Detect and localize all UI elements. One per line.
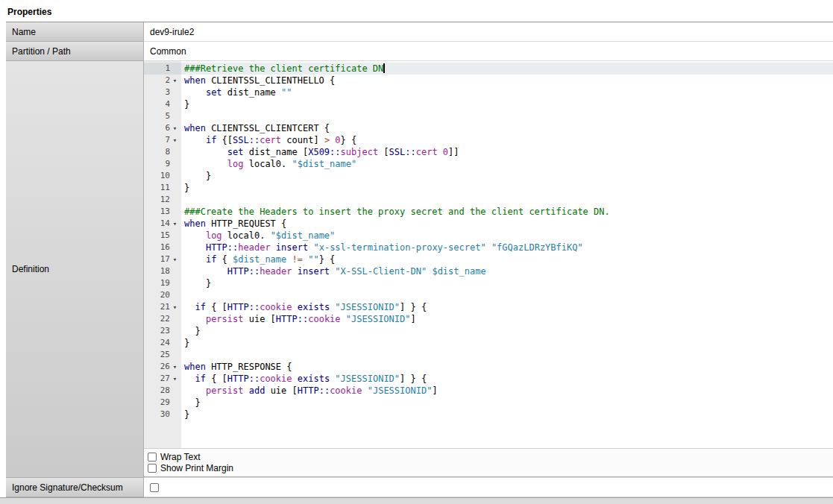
line-number: 14 (144, 218, 170, 230)
code-line[interactable]: } (181, 409, 833, 420)
code-token (184, 147, 227, 157)
code-line[interactable]: if { $dist_name != ""} { (181, 253, 833, 265)
code-line[interactable]: } (181, 277, 833, 289)
fold-arrow-icon[interactable]: ▾ (170, 301, 180, 313)
code-line[interactable]: persist uie [HTTP::cookie "JSESSIONID"] (181, 313, 833, 325)
code-line[interactable] (181, 110, 833, 122)
code-token: persist (206, 314, 244, 324)
line-number: 28 (144, 385, 170, 397)
code-token: when (184, 75, 206, 86)
code-line[interactable] (181, 194, 833, 206)
fold-arrow-icon[interactable]: ▾ (170, 373, 180, 385)
line-number: 30 (144, 409, 170, 420)
code-token: } (184, 171, 211, 181)
code-line[interactable]: } (181, 170, 833, 182)
code-line[interactable]: ###Retrieve the client certificate DN (181, 63, 833, 75)
code-line[interactable]: } (181, 337, 833, 349)
code-line[interactable] (181, 289, 833, 301)
code-token: 0 (443, 147, 448, 157)
code-token: } { (341, 135, 357, 145)
code-line[interactable]: } (181, 325, 833, 337)
line-number: 27 (144, 373, 170, 385)
code-line[interactable]: if { [HTTP::cookie exists "JSESSIONID"] … (181, 301, 833, 313)
code-token: dist_name (222, 87, 281, 98)
gutter-line[interactable]: 21▾ (144, 301, 181, 313)
ignore-signature-checkbox[interactable] (150, 483, 159, 492)
code-line[interactable] (181, 349, 833, 361)
code-line[interactable]: if {[SSL::cert count] > 0} { (181, 134, 833, 146)
fold-arrow-icon[interactable]: ▾ (170, 134, 180, 146)
line-number: 9 (144, 158, 170, 170)
code-token (438, 147, 443, 157)
code-token (286, 254, 292, 265)
code-line[interactable]: persist add uie [HTTP::cookie "JSESSIONI… (181, 385, 833, 397)
code-line[interactable]: set dist_name "" (181, 86, 833, 98)
fold-arrow-icon[interactable]: ▾ (170, 75, 180, 86)
fold-spacer (170, 230, 180, 242)
gutter-line[interactable]: 26▾ (144, 361, 181, 373)
code-line[interactable]: ###Create the Headers to insert the prox… (181, 206, 833, 218)
code-token: ###Create the Headers to insert the prox… (184, 207, 610, 217)
line-number: 15 (144, 230, 170, 242)
fold-spacer (170, 206, 180, 218)
code-line[interactable]: if { [HTTP::cookie exists "JSESSIONID"] … (181, 373, 833, 385)
fold-arrow-icon[interactable]: ▾ (170, 218, 180, 230)
code-token: cookie (330, 385, 362, 396)
property-row-ignore-signature: Ignore Signature/Checksum (6, 478, 833, 497)
gutter-line: 16 (144, 242, 181, 253)
gutter-line[interactable]: 14▾ (144, 218, 181, 230)
code-line[interactable]: set dist_name [X509::subject [SSL::cert … (181, 146, 833, 158)
line-number: 13 (144, 206, 170, 218)
code-token: ] (411, 314, 416, 324)
name-value[interactable]: dev9-irule2 (144, 22, 833, 42)
gutter-line: 23 (144, 325, 181, 337)
code-token: cookie (260, 302, 292, 312)
show-print-margin-checkbox[interactable] (148, 464, 157, 473)
code-token: {[ (216, 135, 233, 145)
code-line[interactable]: when CLIENTSSL_CLIENTHELLO { (181, 75, 833, 86)
code-token: HTTP:: (276, 314, 308, 324)
code-line[interactable]: } (181, 98, 833, 110)
code-token: X509:: (308, 147, 340, 157)
gutter-line: 9 (144, 158, 181, 170)
editor-code[interactable]: ###Retrieve the client certificate DNwhe… (181, 61, 833, 448)
code-line[interactable]: HTTP::header insert "X-SSL-Client-DN" $d… (181, 265, 833, 277)
line-number: 1 (144, 63, 170, 75)
code-token (184, 254, 206, 265)
fold-arrow-icon[interactable]: ▾ (170, 361, 180, 373)
code-line[interactable]: log local0. "$dist_name" (181, 158, 833, 170)
code-line[interactable]: } (181, 182, 833, 194)
fold-spacer (170, 158, 180, 170)
code-line[interactable]: } (181, 397, 833, 409)
code-line[interactable]: when CLIENTSSL_CLIENTCERT { (181, 122, 833, 134)
gutter-line[interactable]: 6▾ (144, 122, 181, 134)
wrap-text-checkbox[interactable] (148, 453, 157, 462)
wrap-text-option[interactable]: Wrap Text (148, 451, 827, 462)
code-token: insert (298, 266, 330, 277)
code-editor[interactable]: 1 2▾3 4 5 6▾7▾8 9 10 11 12 13 14▾15 16 1… (144, 61, 833, 449)
line-number: 19 (144, 277, 170, 289)
code-token: set (227, 147, 244, 157)
properties-table: Name dev9-irule2 Partition / Path Common… (6, 22, 833, 497)
code-line[interactable]: when HTTP_RESPONSE { (181, 361, 833, 373)
code-token: != (292, 254, 303, 265)
line-number: 12 (144, 194, 170, 206)
code-token: "JSESSIONID" (368, 385, 433, 396)
gutter-line[interactable]: 27▾ (144, 373, 181, 385)
code-line[interactable]: log local0. "$dist_name" (181, 230, 833, 242)
gutter-line[interactable]: 2▾ (144, 75, 181, 86)
show-print-margin-option[interactable]: Show Print Margin (148, 462, 827, 473)
line-number: 17 (144, 253, 170, 265)
gutter-line: 29 (144, 397, 181, 409)
gutter-line: 11 (144, 182, 181, 194)
code-line[interactable]: when HTTP_REQUEST { (181, 218, 833, 230)
code-line[interactable]: HTTP::header insert "x-ssl-termination-p… (181, 242, 833, 253)
gutter-line[interactable]: 17▾ (144, 253, 181, 265)
gutter-line[interactable]: 7▾ (144, 134, 181, 146)
editor-gutter: 1 2▾3 4 5 6▾7▾8 9 10 11 12 13 14▾15 16 1… (144, 61, 181, 448)
gutter-line: 12 (144, 194, 181, 206)
fold-arrow-icon[interactable]: ▾ (170, 253, 180, 265)
fold-spacer (170, 337, 180, 349)
name-label: Name (6, 22, 144, 42)
fold-arrow-icon[interactable]: ▾ (170, 122, 180, 134)
